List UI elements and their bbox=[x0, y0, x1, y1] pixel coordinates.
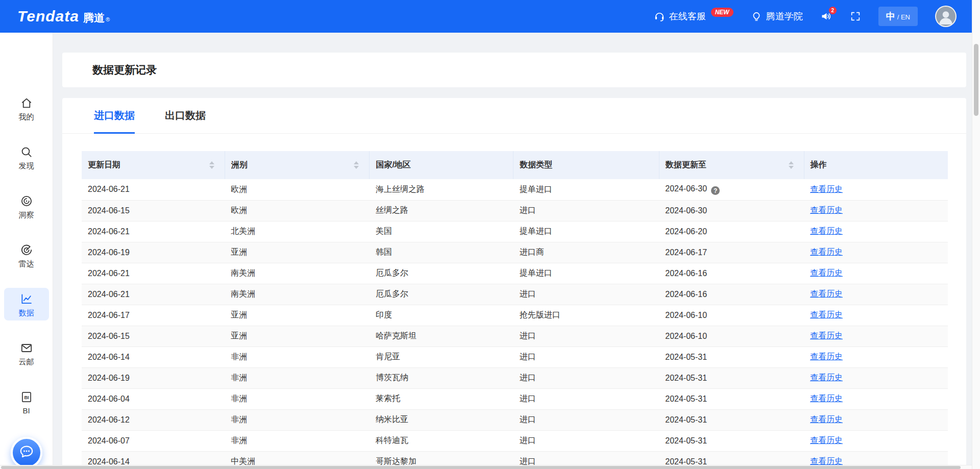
view-history-link[interactable]: 查看历史 bbox=[810, 310, 843, 319]
online-service-link[interactable]: 在线客服 NEW bbox=[654, 10, 733, 22]
view-history-link[interactable]: 查看历史 bbox=[810, 394, 843, 403]
radar-icon bbox=[20, 243, 33, 257]
table-row: 2024-06-19 非洲 博茨瓦纳 进口 2024-05-31 查看历史 bbox=[82, 367, 948, 388]
svg-text:BI: BI bbox=[24, 395, 29, 400]
brand-logo[interactable]: Tendata 腾道 ® bbox=[17, 8, 110, 25]
sidebar-item-mine[interactable]: 我的 bbox=[4, 92, 49, 125]
online-service-label: 在线客服 bbox=[669, 10, 706, 22]
cell-region: 韩国 bbox=[370, 242, 513, 263]
help-icon[interactable]: ? bbox=[711, 186, 720, 195]
horizontal-scrollbar[interactable] bbox=[0, 465, 972, 469]
cell-region: 海上丝绸之路 bbox=[370, 179, 513, 200]
table-row: 2024-06-12 非洲 纳米比亚 进口 2024-05-31 查看历史 bbox=[82, 409, 948, 430]
academy-link[interactable]: 腾道学院 bbox=[751, 10, 803, 22]
view-history-link[interactable]: 查看历史 bbox=[810, 415, 843, 424]
horizontal-scrollbar-thumb[interactable] bbox=[1, 466, 961, 469]
cell-region: 哈萨克斯坦 bbox=[370, 326, 513, 347]
view-history-link[interactable]: 查看历史 bbox=[810, 436, 843, 445]
cell-update-date: 2024-06-21 bbox=[82, 179, 225, 200]
sidebar-item-data[interactable]: 数据 bbox=[4, 288, 49, 320]
cell-updated-to: 2024-05-31 bbox=[659, 388, 804, 409]
cell-updated-to: 2024-06-20 bbox=[659, 221, 804, 242]
data-records-card: 进口数据 出口数据 更新日期 bbox=[62, 98, 966, 469]
chat-fab-button[interactable] bbox=[11, 437, 42, 468]
brand-logo-cn: 腾道 bbox=[83, 11, 105, 25]
cell-region: 厄瓜多尔 bbox=[370, 263, 513, 284]
cell-action: 查看历史 bbox=[804, 430, 948, 451]
table-row: 2024-06-21 南美洲 厄瓜多尔 提单进口 2024-06-16 查看历史 bbox=[82, 263, 948, 284]
announcement-button[interactable]: 2 bbox=[820, 10, 832, 22]
vertical-scrollbar[interactable] bbox=[972, 0, 980, 469]
view-history-link[interactable]: 查看历史 bbox=[810, 352, 843, 361]
sidebar-label: 云邮 bbox=[19, 358, 34, 365]
table-row: 2024-06-19 亚洲 韩国 进口商 2024-06-17 查看历史 bbox=[82, 242, 948, 263]
table-row: 2024-06-15 欧洲 丝绸之路 进口 2024-06-30 查看历史 bbox=[82, 200, 948, 221]
sidebar-item-mail[interactable]: 云邮 bbox=[4, 337, 49, 369]
tab-export-data[interactable]: 出口数据 bbox=[165, 98, 206, 133]
view-history-link[interactable]: 查看历史 bbox=[810, 289, 843, 298]
fullscreen-button[interactable] bbox=[850, 11, 861, 22]
bi-icon: BI bbox=[20, 390, 33, 404]
column-header-update-date[interactable]: 更新日期 bbox=[82, 151, 225, 179]
cell-data-type: 进口 bbox=[513, 367, 659, 388]
page-title-card: 数据更新记录 bbox=[62, 53, 966, 87]
user-avatar[interactable] bbox=[935, 6, 957, 27]
search-icon bbox=[20, 145, 33, 159]
cell-continent: 非洲 bbox=[225, 430, 370, 451]
header-actions: 在线客服 NEW 腾道学院 2 bbox=[654, 6, 957, 27]
sidebar-item-insight[interactable]: 洞察 bbox=[4, 190, 49, 223]
cell-data-type: 提单进口 bbox=[513, 179, 659, 200]
view-history-link[interactable]: 查看历史 bbox=[810, 248, 843, 256]
tab-import-data[interactable]: 进口数据 bbox=[94, 98, 135, 133]
column-label: 数据更新至 bbox=[666, 160, 706, 170]
cell-data-type: 进口 bbox=[513, 409, 659, 430]
home-icon bbox=[20, 96, 33, 110]
cell-region: 印度 bbox=[370, 305, 513, 326]
headset-icon bbox=[654, 11, 665, 22]
sidebar-item-radar[interactable]: 雷达 bbox=[4, 239, 49, 271]
notification-badge: 2 bbox=[829, 7, 837, 14]
cell-continent: 欧洲 bbox=[225, 179, 370, 200]
main-content: 数据更新记录 进口数据 出口数据 更新日期 bbox=[53, 33, 972, 469]
column-label: 操作 bbox=[811, 160, 827, 170]
column-header-continent[interactable]: 洲别 bbox=[225, 151, 370, 179]
cell-continent: 亚洲 bbox=[225, 242, 370, 263]
cell-continent: 非洲 bbox=[225, 347, 370, 367]
sidebar-label: 发现 bbox=[19, 162, 34, 169]
sort-icon[interactable] bbox=[354, 161, 359, 169]
cell-data-type: 进口 bbox=[513, 430, 659, 451]
cell-region: 厄瓜多尔 bbox=[370, 284, 513, 305]
sidebar-item-discover[interactable]: 发现 bbox=[4, 141, 49, 174]
view-history-link[interactable]: 查看历史 bbox=[810, 457, 843, 465]
sort-icon[interactable] bbox=[789, 161, 794, 169]
sidebar-label: 我的 bbox=[19, 113, 34, 120]
table-row: 2024-06-21 欧洲 海上丝绸之路 提单进口 2024-06-30? 查看… bbox=[82, 179, 948, 200]
view-history-link[interactable]: 查看历史 bbox=[810, 373, 843, 382]
cell-update-date: 2024-06-12 bbox=[82, 409, 225, 430]
insight-icon bbox=[20, 194, 33, 208]
fullscreen-icon bbox=[850, 11, 861, 22]
cell-data-type: 进口 bbox=[513, 284, 659, 305]
sidebar-item-bi[interactable]: BI BI bbox=[4, 386, 49, 418]
column-header-data-type: 数据类型 bbox=[513, 151, 659, 179]
column-label: 国家/地区 bbox=[376, 160, 410, 170]
registered-mark: ® bbox=[106, 16, 110, 22]
view-history-link[interactable]: 查看历史 bbox=[810, 227, 843, 235]
academy-label: 腾道学院 bbox=[766, 10, 803, 22]
column-header-updated-to[interactable]: 数据更新至 bbox=[659, 151, 804, 179]
sidebar: 我的 发现 洞察 雷达 bbox=[0, 33, 53, 469]
language-toggle[interactable]: 中 / EN bbox=[878, 7, 918, 26]
cell-region: 纳米比亚 bbox=[370, 409, 513, 430]
vertical-scrollbar-thumb[interactable] bbox=[974, 44, 978, 116]
sort-icon[interactable] bbox=[209, 161, 214, 169]
cell-continent: 欧洲 bbox=[225, 200, 370, 221]
column-label: 洲别 bbox=[231, 160, 248, 170]
language-zh: 中 bbox=[886, 10, 895, 22]
cell-updated-to: 2024-05-31 bbox=[659, 347, 804, 367]
view-history-link[interactable]: 查看历史 bbox=[810, 331, 843, 340]
view-history-link[interactable]: 查看历史 bbox=[810, 185, 843, 193]
view-history-link[interactable]: 查看历史 bbox=[810, 268, 843, 277]
view-history-link[interactable]: 查看历史 bbox=[810, 206, 843, 214]
cell-action: 查看历史 bbox=[804, 347, 948, 367]
table-row: 2024-06-07 非洲 科特迪瓦 进口 2024-05-31 查看历史 bbox=[82, 430, 948, 451]
